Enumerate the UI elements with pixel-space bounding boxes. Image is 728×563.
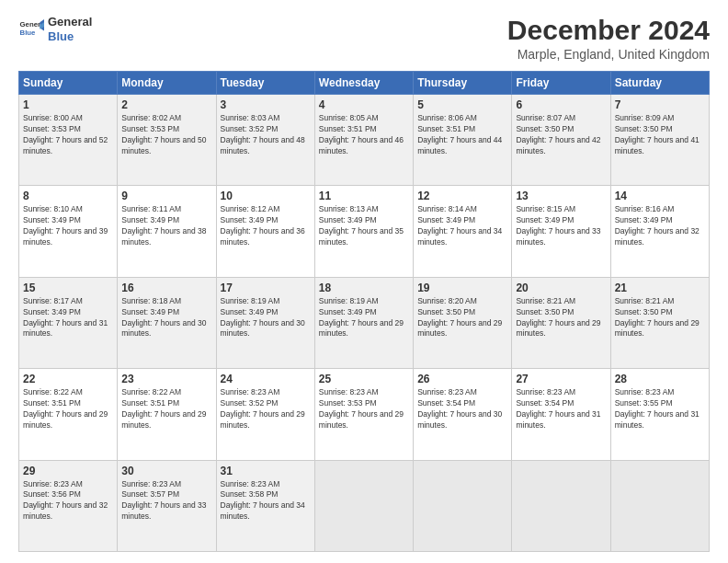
calendar-week-2: 8 Sunrise: 8:10 AM Sunset: 3:49 PM Dayli… <box>19 186 710 277</box>
calendar-cell: 13 Sunrise: 8:15 AM Sunset: 3:49 PM Dayl… <box>512 186 610 277</box>
day-number: 14 <box>615 190 705 202</box>
day-info: Sunrise: 8:17 AM Sunset: 3:49 PM Dayligh… <box>23 296 113 340</box>
day-number: 28 <box>615 373 705 385</box>
day-info: Sunrise: 8:15 AM Sunset: 3:49 PM Dayligh… <box>516 204 606 248</box>
day-number: 20 <box>516 282 606 294</box>
day-number: 26 <box>417 373 507 385</box>
day-number: 9 <box>121 190 211 202</box>
calendar-cell: 21 Sunrise: 8:21 AM Sunset: 3:50 PM Dayl… <box>610 277 709 368</box>
title-block: December 2024 Marple, England, United Ki… <box>507 15 710 62</box>
calendar-cell: 20 Sunrise: 8:21 AM Sunset: 3:50 PM Dayl… <box>512 277 610 368</box>
day-info: Sunrise: 8:21 AM Sunset: 3:50 PM Dayligh… <box>516 296 606 340</box>
day-info: Sunrise: 8:13 AM Sunset: 3:49 PM Dayligh… <box>319 204 409 248</box>
day-number: 25 <box>319 373 409 385</box>
day-number: 27 <box>516 373 606 385</box>
day-header-saturday: Saturday <box>610 72 709 95</box>
logo-text-general: General <box>48 15 92 29</box>
day-info: Sunrise: 8:11 AM Sunset: 3:49 PM Dayligh… <box>121 204 211 248</box>
calendar-cell: 23 Sunrise: 8:22 AM Sunset: 3:51 PM Dayl… <box>118 369 216 460</box>
calendar-cell: 15 Sunrise: 8:17 AM Sunset: 3:49 PM Dayl… <box>19 277 118 368</box>
calendar-cell: 7 Sunrise: 8:09 AM Sunset: 3:50 PM Dayli… <box>610 95 709 186</box>
day-number: 30 <box>121 465 211 477</box>
day-info: Sunrise: 8:18 AM Sunset: 3:49 PM Dayligh… <box>121 296 211 340</box>
calendar-cell: 6 Sunrise: 8:07 AM Sunset: 3:50 PM Dayli… <box>512 95 610 186</box>
day-info: Sunrise: 8:16 AM Sunset: 3:49 PM Dayligh… <box>615 204 705 248</box>
calendar-cell: 2 Sunrise: 8:02 AM Sunset: 3:53 PM Dayli… <box>118 95 216 186</box>
day-number: 7 <box>615 98 705 111</box>
day-number: 1 <box>23 98 113 111</box>
day-info: Sunrise: 8:23 AM Sunset: 3:54 PM Dayligh… <box>417 387 507 431</box>
calendar-cell: 31 Sunrise: 8:23 AM Sunset: 3:58 PM Dayl… <box>216 460 314 551</box>
calendar-cell: 5 Sunrise: 8:06 AM Sunset: 3:51 PM Dayli… <box>414 95 512 186</box>
day-info: Sunrise: 8:14 AM Sunset: 3:49 PM Dayligh… <box>417 204 507 248</box>
day-info: Sunrise: 8:00 AM Sunset: 3:53 PM Dayligh… <box>23 113 113 157</box>
day-number: 24 <box>221 373 311 385</box>
calendar-cell: 30 Sunrise: 8:23 AM Sunset: 3:57 PM Dayl… <box>118 460 216 551</box>
day-number: 18 <box>319 282 409 294</box>
day-number: 13 <box>516 190 606 202</box>
day-info: Sunrise: 8:05 AM Sunset: 3:51 PM Dayligh… <box>319 113 409 157</box>
main-title: December 2024 <box>507 15 710 45</box>
calendar-cell: 27 Sunrise: 8:23 AM Sunset: 3:54 PM Dayl… <box>512 369 610 460</box>
day-info: Sunrise: 8:23 AM Sunset: 3:54 PM Dayligh… <box>516 387 606 431</box>
calendar-cell <box>314 460 413 551</box>
calendar-cell: 9 Sunrise: 8:11 AM Sunset: 3:49 PM Dayli… <box>118 186 216 277</box>
day-info: Sunrise: 8:23 AM Sunset: 3:56 PM Dayligh… <box>23 479 113 523</box>
calendar-cell: 3 Sunrise: 8:03 AM Sunset: 3:52 PM Dayli… <box>216 95 314 186</box>
calendar: SundayMondayTuesdayWednesdayThursdayFrid… <box>18 71 710 552</box>
day-number: 12 <box>417 190 507 202</box>
calendar-header-row: SundayMondayTuesdayWednesdayThursdayFrid… <box>19 72 710 95</box>
day-info: Sunrise: 8:23 AM Sunset: 3:52 PM Dayligh… <box>221 387 311 431</box>
day-number: 11 <box>319 190 409 202</box>
day-info: Sunrise: 8:19 AM Sunset: 3:49 PM Dayligh… <box>319 296 409 340</box>
day-info: Sunrise: 8:23 AM Sunset: 3:57 PM Dayligh… <box>121 479 211 523</box>
day-info: Sunrise: 8:23 AM Sunset: 3:55 PM Dayligh… <box>615 387 705 431</box>
day-info: Sunrise: 8:21 AM Sunset: 3:50 PM Dayligh… <box>615 296 705 340</box>
day-info: Sunrise: 8:10 AM Sunset: 3:49 PM Dayligh… <box>23 204 113 248</box>
calendar-cell: 18 Sunrise: 8:19 AM Sunset: 3:49 PM Dayl… <box>314 277 413 368</box>
logo-text-blue: Blue <box>48 29 92 44</box>
day-info: Sunrise: 8:03 AM Sunset: 3:52 PM Dayligh… <box>221 113 311 157</box>
calendar-cell: 16 Sunrise: 8:18 AM Sunset: 3:49 PM Dayl… <box>118 277 216 368</box>
day-info: Sunrise: 8:09 AM Sunset: 3:50 PM Dayligh… <box>615 113 705 157</box>
day-number: 2 <box>121 98 211 111</box>
day-header-thursday: Thursday <box>414 72 512 95</box>
calendar-week-5: 29 Sunrise: 8:23 AM Sunset: 3:56 PM Dayl… <box>19 460 710 551</box>
calendar-cell: 8 Sunrise: 8:10 AM Sunset: 3:49 PM Dayli… <box>19 186 118 277</box>
calendar-cell: 28 Sunrise: 8:23 AM Sunset: 3:55 PM Dayl… <box>610 369 709 460</box>
day-number: 21 <box>615 282 705 294</box>
day-info: Sunrise: 8:02 AM Sunset: 3:53 PM Dayligh… <box>121 113 211 157</box>
day-info: Sunrise: 8:07 AM Sunset: 3:50 PM Dayligh… <box>516 113 606 157</box>
calendar-cell: 19 Sunrise: 8:20 AM Sunset: 3:50 PM Dayl… <box>414 277 512 368</box>
day-header-sunday: Sunday <box>19 72 118 95</box>
day-number: 16 <box>121 282 211 294</box>
day-number: 10 <box>221 190 311 202</box>
logo-icon: General Blue <box>18 17 44 42</box>
day-info: Sunrise: 8:22 AM Sunset: 3:51 PM Dayligh… <box>121 387 211 431</box>
day-info: Sunrise: 8:20 AM Sunset: 3:50 PM Dayligh… <box>417 296 507 340</box>
calendar-cell: 25 Sunrise: 8:23 AM Sunset: 3:53 PM Dayl… <box>314 369 413 460</box>
day-info: Sunrise: 8:19 AM Sunset: 3:49 PM Dayligh… <box>221 296 311 340</box>
day-number: 5 <box>417 98 507 111</box>
calendar-cell: 29 Sunrise: 8:23 AM Sunset: 3:56 PM Dayl… <box>19 460 118 551</box>
calendar-cell <box>610 460 709 551</box>
calendar-cell: 17 Sunrise: 8:19 AM Sunset: 3:49 PM Dayl… <box>216 277 314 368</box>
day-number: 29 <box>23 465 113 477</box>
day-info: Sunrise: 8:23 AM Sunset: 3:58 PM Dayligh… <box>221 479 311 523</box>
day-number: 22 <box>23 373 113 385</box>
page: General Blue General Blue December 2024 … <box>0 0 728 563</box>
day-number: 3 <box>221 98 311 111</box>
day-info: Sunrise: 8:06 AM Sunset: 3:51 PM Dayligh… <box>417 113 507 157</box>
header: General Blue General Blue December 2024 … <box>18 15 710 62</box>
calendar-cell: 4 Sunrise: 8:05 AM Sunset: 3:51 PM Dayli… <box>314 95 413 186</box>
day-header-tuesday: Tuesday <box>216 72 314 95</box>
calendar-cell: 22 Sunrise: 8:22 AM Sunset: 3:51 PM Dayl… <box>19 369 118 460</box>
calendar-cell: 12 Sunrise: 8:14 AM Sunset: 3:49 PM Dayl… <box>414 186 512 277</box>
day-number: 6 <box>516 98 606 111</box>
day-number: 31 <box>221 465 311 477</box>
day-number: 17 <box>221 282 311 294</box>
calendar-cell: 11 Sunrise: 8:13 AM Sunset: 3:49 PM Dayl… <box>314 186 413 277</box>
calendar-cell: 1 Sunrise: 8:00 AM Sunset: 3:53 PM Dayli… <box>19 95 118 186</box>
calendar-cell <box>512 460 610 551</box>
day-number: 8 <box>23 190 113 202</box>
